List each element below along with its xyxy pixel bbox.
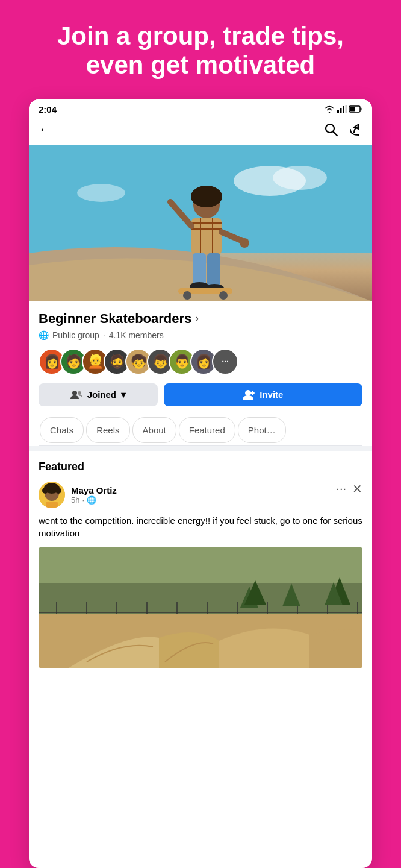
svg-point-39 <box>55 488 61 494</box>
svg-point-12 <box>77 184 125 202</box>
tab-photos[interactable]: Phot… <box>238 417 286 443</box>
post-globe-icon: 🌐 <box>87 495 96 505</box>
featured-section: Featured <box>29 446 372 678</box>
wifi-icon <box>324 105 335 113</box>
search-button[interactable] <box>324 122 338 137</box>
post-header: Maya Ortiz 5h · 🌐 ··· ✕ <box>39 482 362 508</box>
svg-rect-1 <box>340 108 342 113</box>
group-type: Public group <box>52 330 99 340</box>
joined-button[interactable]: Joined ▾ <box>39 383 158 406</box>
invite-button[interactable]: Invite <box>164 383 362 406</box>
search-icon <box>324 122 338 137</box>
featured-label: Featured <box>39 461 362 473</box>
hero-image <box>29 145 372 301</box>
header-icons <box>324 122 362 137</box>
tab-featured[interactable]: Featured <box>179 417 235 443</box>
post-avatar <box>39 482 65 508</box>
post-user-info: Maya Ortiz 5h · 🌐 <box>71 485 117 505</box>
status-bar: 2:04 <box>29 99 372 117</box>
group-name: Beginner Skateboarders <box>39 311 191 327</box>
svg-rect-0 <box>337 110 339 113</box>
back-button[interactable]: ← <box>39 122 52 137</box>
chevron-right-icon: › <box>195 312 199 325</box>
svg-rect-3 <box>346 105 347 113</box>
tab-reels[interactable]: Reels <box>86 417 129 443</box>
svg-point-30 <box>72 391 77 395</box>
group-meta: 🌐 Public group · 4.1K members <box>39 330 362 340</box>
battery-icon <box>349 105 362 113</box>
svg-rect-6 <box>350 107 355 112</box>
app-header: ← <box>29 117 372 145</box>
svg-rect-5 <box>361 108 362 111</box>
status-time: 2:04 <box>39 104 57 115</box>
maya-avatar-svg <box>39 482 65 508</box>
post-close-button[interactable]: ✕ <box>352 482 362 496</box>
post-image <box>39 547 362 668</box>
member-avatars: 👩 🧑 👱 🧔 🧒 👦 👨 👩 ··· <box>39 348 362 375</box>
status-icons <box>324 105 362 113</box>
svg-line-8 <box>334 131 338 136</box>
post-time: 5h <box>71 495 79 505</box>
invite-label: Invite <box>260 389 283 400</box>
dot-separator: · <box>103 330 105 340</box>
tabs-row: Chats Reels About Featured Phot… <box>39 415 362 446</box>
globe-icon: 🌐 <box>39 330 49 340</box>
dot: · <box>82 495 84 505</box>
svg-point-11 <box>273 166 327 190</box>
group-icon <box>70 390 82 400</box>
svg-rect-23 <box>193 253 206 286</box>
post-more-button[interactable]: ··· <box>336 482 346 495</box>
tab-about[interactable]: About <box>132 417 176 443</box>
svg-rect-2 <box>343 106 344 113</box>
phone-frame: 2:04 ← <box>29 99 372 868</box>
member-count: 4.1K members <box>109 330 164 340</box>
add-person-icon <box>243 389 255 400</box>
hero-svg <box>29 145 372 301</box>
signal-icon <box>337 105 347 113</box>
post-user: Maya Ortiz 5h · 🌐 <box>39 482 117 508</box>
svg-point-38 <box>42 488 48 494</box>
svg-rect-40 <box>46 502 58 508</box>
share-button[interactable] <box>348 122 362 137</box>
post-actions: ··· ✕ <box>336 482 362 496</box>
dropdown-arrow: ▾ <box>121 389 126 400</box>
post-meta: 5h · 🌐 <box>71 495 117 505</box>
post-image-svg <box>39 547 362 668</box>
tab-chats[interactable]: Chats <box>40 417 84 443</box>
post-author: Maya Ortiz <box>71 485 117 495</box>
promo-header: Join a group, trade tips, even get motiv… <box>0 0 401 99</box>
post-card: Maya Ortiz 5h · 🌐 ··· ✕ went to the comp… <box>39 482 362 668</box>
joined-label: Joined <box>87 389 116 400</box>
promo-title: Join a group, trade tips, even get motiv… <box>24 22 377 80</box>
group-name-row: Beginner Skateboarders › <box>39 311 362 327</box>
svg-point-31 <box>78 391 81 395</box>
group-info: Beginner Skateboarders › 🌐 Public group … <box>29 301 372 446</box>
svg-point-14 <box>191 186 222 207</box>
share-icon <box>348 122 362 137</box>
svg-point-29 <box>219 291 228 300</box>
action-buttons: Joined ▾ Invite <box>39 383 362 406</box>
avatar-more: ··· <box>212 348 238 375</box>
svg-point-28 <box>183 291 191 300</box>
svg-point-22 <box>240 238 249 248</box>
svg-rect-24 <box>207 253 220 286</box>
post-text: went to the competition. incredible ener… <box>39 514 362 541</box>
